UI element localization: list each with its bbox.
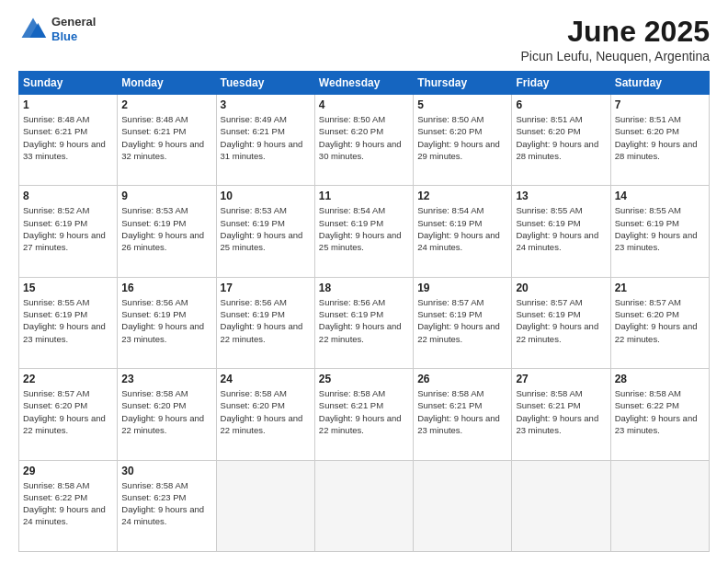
calendar-cell: [414, 460, 512, 551]
week-row-4: 22 Sunrise: 8:57 AMSunset: 6:20 PMDaylig…: [19, 369, 710, 460]
day-number: 14: [615, 190, 705, 202]
col-tuesday: Tuesday: [216, 72, 314, 95]
day-number: 6: [516, 98, 606, 111]
day-info: Sunrise: 8:50 AMSunset: 6:20 PMDaylight:…: [417, 114, 500, 161]
title-area: June 2025 Picun Leufu, Neuquen, Argentin…: [521, 15, 711, 63]
day-number: 15: [23, 282, 113, 294]
col-thursday: Thursday: [414, 72, 512, 95]
day-info: Sunrise: 8:56 AMSunset: 6:19 PMDaylight:…: [221, 297, 303, 344]
day-info: Sunrise: 8:58 AMSunset: 6:21 PMDaylight:…: [319, 388, 402, 435]
day-number: 11: [319, 190, 409, 202]
day-info: Sunrise: 8:53 AMSunset: 6:19 PMDaylight:…: [221, 205, 303, 252]
col-saturday: Saturday: [610, 72, 709, 95]
calendar-cell: 12 Sunrise: 8:54 AMSunset: 6:19 PMDaylig…: [414, 186, 512, 277]
day-info: Sunrise: 8:52 AMSunset: 6:19 PMDaylight:…: [23, 205, 106, 252]
subtitle: Picun Leufu, Neuquen, Argentina: [521, 49, 711, 63]
day-number: 4: [319, 98, 409, 111]
day-number: 21: [615, 282, 705, 294]
day-number: 12: [417, 190, 507, 202]
day-number: 22: [23, 373, 113, 385]
day-info: Sunrise: 8:56 AMSunset: 6:19 PMDaylight:…: [121, 297, 204, 344]
day-number: 24: [221, 373, 311, 385]
calendar-cell: 5 Sunrise: 8:50 AMSunset: 6:20 PMDayligh…: [414, 95, 512, 186]
day-info: Sunrise: 8:58 AMSunset: 6:20 PMDaylight:…: [221, 388, 303, 435]
day-info: Sunrise: 8:58 AMSunset: 6:21 PMDaylight:…: [417, 388, 500, 435]
calendar-cell: 24 Sunrise: 8:58 AMSunset: 6:20 PMDaylig…: [216, 369, 314, 460]
day-info: Sunrise: 8:51 AMSunset: 6:20 PMDaylight:…: [516, 114, 598, 161]
col-wednesday: Wednesday: [314, 72, 413, 95]
day-info: Sunrise: 8:51 AMSunset: 6:20 PMDaylight:…: [615, 114, 698, 161]
calendar-cell: 20 Sunrise: 8:57 AMSunset: 6:19 PMDaylig…: [512, 277, 610, 368]
calendar-cell: 27 Sunrise: 8:58 AMSunset: 6:21 PMDaylig…: [512, 369, 610, 460]
calendar-cell: 22 Sunrise: 8:57 AMSunset: 6:20 PMDaylig…: [19, 369, 118, 460]
calendar-cell: 14 Sunrise: 8:55 AMSunset: 6:19 PMDaylig…: [610, 186, 709, 277]
day-info: Sunrise: 8:58 AMSunset: 6:20 PMDaylight:…: [121, 388, 204, 435]
col-friday: Friday: [512, 72, 610, 95]
day-info: Sunrise: 8:48 AMSunset: 6:21 PMDaylight:…: [23, 114, 106, 161]
day-number: 25: [319, 373, 409, 385]
day-number: 16: [121, 282, 211, 294]
calendar-cell: 8 Sunrise: 8:52 AMSunset: 6:19 PMDayligh…: [19, 186, 118, 277]
day-info: Sunrise: 8:49 AMSunset: 6:21 PMDaylight:…: [221, 114, 303, 161]
day-number: 27: [516, 373, 606, 385]
calendar-cell: 30 Sunrise: 8:58 AMSunset: 6:23 PMDaylig…: [118, 460, 216, 551]
header-area: General Blue June 2025 Picun Leufu, Neuq…: [18, 15, 710, 63]
calendar-cell: 29 Sunrise: 8:58 AMSunset: 6:22 PMDaylig…: [19, 460, 118, 551]
day-info: Sunrise: 8:55 AMSunset: 6:19 PMDaylight:…: [516, 205, 598, 252]
day-info: Sunrise: 8:56 AMSunset: 6:19 PMDaylight:…: [319, 297, 402, 344]
day-number: 20: [516, 282, 606, 294]
day-number: 26: [417, 373, 507, 385]
calendar-cell: 16 Sunrise: 8:56 AMSunset: 6:19 PMDaylig…: [118, 277, 216, 368]
calendar-cell: 10 Sunrise: 8:53 AMSunset: 6:19 PMDaylig…: [216, 186, 314, 277]
week-row-3: 15 Sunrise: 8:55 AMSunset: 6:19 PMDaylig…: [19, 277, 710, 368]
day-info: Sunrise: 8:54 AMSunset: 6:19 PMDaylight:…: [319, 205, 402, 252]
calendar-cell: 9 Sunrise: 8:53 AMSunset: 6:19 PMDayligh…: [118, 186, 216, 277]
day-number: 30: [121, 465, 211, 477]
day-number: 5: [417, 98, 507, 111]
calendar-table: Sunday Monday Tuesday Wednesday Thursday…: [18, 71, 710, 552]
day-number: 29: [23, 465, 113, 477]
day-number: 23: [121, 373, 211, 385]
calendar-cell: 23 Sunrise: 8:58 AMSunset: 6:20 PMDaylig…: [118, 369, 216, 460]
day-number: 13: [516, 190, 606, 202]
logo-icon: [18, 15, 48, 44]
col-monday: Monday: [118, 72, 216, 95]
day-info: Sunrise: 8:50 AMSunset: 6:20 PMDaylight:…: [319, 114, 402, 161]
logo-text: General Blue: [51, 15, 96, 43]
calendar-cell: [314, 460, 413, 551]
calendar-cell: 18 Sunrise: 8:56 AMSunset: 6:19 PMDaylig…: [314, 277, 413, 368]
day-info: Sunrise: 8:58 AMSunset: 6:23 PMDaylight:…: [121, 480, 204, 527]
day-info: Sunrise: 8:54 AMSunset: 6:19 PMDaylight:…: [417, 205, 500, 252]
day-info: Sunrise: 8:58 AMSunset: 6:22 PMDaylight:…: [615, 388, 698, 435]
week-row-2: 8 Sunrise: 8:52 AMSunset: 6:19 PMDayligh…: [19, 186, 710, 277]
day-number: 18: [319, 282, 409, 294]
day-number: 28: [615, 373, 705, 385]
day-info: Sunrise: 8:55 AMSunset: 6:19 PMDaylight:…: [615, 205, 698, 252]
col-sunday: Sunday: [19, 72, 118, 95]
calendar-cell: 1 Sunrise: 8:48 AMSunset: 6:21 PMDayligh…: [19, 95, 118, 186]
calendar-cell: 15 Sunrise: 8:55 AMSunset: 6:19 PMDaylig…: [19, 277, 118, 368]
day-info: Sunrise: 8:57 AMSunset: 6:20 PMDaylight:…: [615, 297, 698, 344]
calendar-cell: 4 Sunrise: 8:50 AMSunset: 6:20 PMDayligh…: [314, 95, 413, 186]
logo-general: General: [51, 15, 96, 29]
calendar-cell: 11 Sunrise: 8:54 AMSunset: 6:19 PMDaylig…: [314, 186, 413, 277]
calendar-cell: 17 Sunrise: 8:56 AMSunset: 6:19 PMDaylig…: [216, 277, 314, 368]
day-number: 17: [221, 282, 311, 294]
day-number: 19: [417, 282, 507, 294]
day-number: 8: [23, 190, 113, 202]
logo: General Blue: [18, 15, 96, 44]
day-number: 1: [23, 98, 113, 111]
header-row: Sunday Monday Tuesday Wednesday Thursday…: [19, 72, 710, 95]
calendar-cell: 2 Sunrise: 8:48 AMSunset: 6:21 PMDayligh…: [118, 95, 216, 186]
calendar-cell: 28 Sunrise: 8:58 AMSunset: 6:22 PMDaylig…: [610, 369, 709, 460]
day-number: 2: [121, 98, 211, 111]
day-number: 9: [121, 190, 211, 202]
calendar-cell: 21 Sunrise: 8:57 AMSunset: 6:20 PMDaylig…: [610, 277, 709, 368]
calendar-cell: 13 Sunrise: 8:55 AMSunset: 6:19 PMDaylig…: [512, 186, 610, 277]
main-title: June 2025: [521, 15, 711, 49]
calendar-cell: 6 Sunrise: 8:51 AMSunset: 6:20 PMDayligh…: [512, 95, 610, 186]
day-number: 7: [615, 98, 705, 111]
logo-blue: Blue: [51, 29, 96, 44]
day-info: Sunrise: 8:57 AMSunset: 6:19 PMDaylight:…: [516, 297, 598, 344]
calendar-cell: [216, 460, 314, 551]
